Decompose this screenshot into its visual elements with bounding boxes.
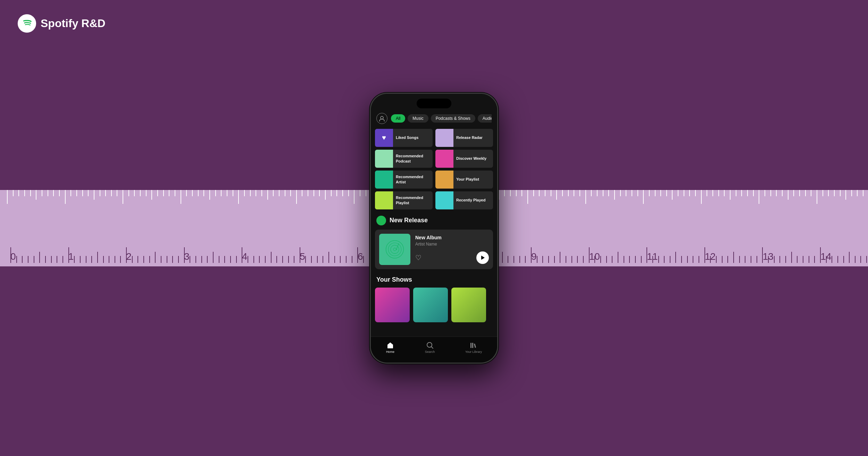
quick-item-recently-played[interactable]: Recently Played xyxy=(435,191,493,209)
new-release-card[interactable]: New Album Artist Name ♡ xyxy=(375,230,493,269)
recommended-playlist-label: Recommended Playlist xyxy=(393,195,433,205)
nav-search-label: Search xyxy=(425,350,435,354)
quick-item-liked-songs[interactable]: ♥ Liked Songs xyxy=(375,129,433,147)
liked-songs-thumb: ♥ xyxy=(375,129,393,147)
heart-icon: ♥ xyxy=(382,134,386,142)
svg-line-10 xyxy=(431,347,433,348)
album-title: New Album xyxy=(415,235,489,240)
recently-played-label: Recently Played xyxy=(453,198,488,202)
quick-item-recommended-podcast[interactable]: Recommended Podcast xyxy=(375,150,433,168)
like-button[interactable]: ♡ xyxy=(415,254,422,262)
nav-home-label: Home xyxy=(386,350,394,354)
home-icon xyxy=(386,341,394,349)
album-art xyxy=(379,234,410,265)
search-icon xyxy=(426,341,434,349)
brand-name: Spotify R&D xyxy=(41,17,106,30)
pill-audiobooks[interactable]: Audiobo xyxy=(478,114,492,123)
new-release-section-header: New Release xyxy=(371,216,497,225)
phone-button-power xyxy=(498,170,498,201)
show-item-1[interactable] xyxy=(413,288,448,322)
show-item-2[interactable] xyxy=(451,288,486,322)
recently-played-thumb xyxy=(435,191,453,209)
pill-all[interactable]: All xyxy=(391,114,405,123)
nav-library[interactable]: Your Library xyxy=(465,341,482,354)
svg-point-0 xyxy=(18,14,36,33)
svg-line-6 xyxy=(397,243,399,249)
recommended-artist-thumb xyxy=(375,171,393,189)
spotify-logo: Spotify R&D xyxy=(17,14,106,33)
svg-point-2 xyxy=(386,240,404,258)
filter-pills: All Music Podcasts & Shows Audiobo xyxy=(391,114,492,123)
spotify-icon xyxy=(17,14,36,33)
shows-row xyxy=(371,288,497,322)
svg-point-1 xyxy=(381,116,383,119)
recommended-podcast-thumb xyxy=(375,150,393,168)
quick-item-discover-weekly[interactable]: Discover Weekly xyxy=(435,150,493,168)
nav-library-label: Your Library xyxy=(465,350,482,354)
discover-weekly-label: Discover Weekly xyxy=(453,156,489,161)
new-release-dot xyxy=(376,216,386,225)
svg-point-3 xyxy=(388,243,401,256)
quick-item-recommended-artist[interactable]: Recommended Artist xyxy=(375,171,433,189)
quick-item-release-radar[interactable]: Release Radar xyxy=(435,129,493,147)
album-actions: ♡ xyxy=(415,251,489,264)
library-icon xyxy=(470,341,477,349)
screen-header: All Music Podcasts & Shows Audiobo xyxy=(371,113,497,124)
release-radar-thumb xyxy=(435,129,453,147)
pill-podcasts[interactable]: Podcasts & Shows xyxy=(431,114,475,123)
phone-frame: All Music Podcasts & Shows Audiobo ♥ Lik… xyxy=(370,93,498,364)
bottom-nav: Home Search Your Library xyxy=(371,337,497,363)
phone-screen: All Music Podcasts & Shows Audiobo ♥ Lik… xyxy=(371,94,497,363)
dynamic-island xyxy=(417,99,451,108)
recommended-artist-label: Recommended Artist xyxy=(393,174,433,184)
new-release-title: New Release xyxy=(390,217,428,224)
liked-songs-label: Liked Songs xyxy=(393,135,421,140)
phone-button-vol-up xyxy=(370,167,370,188)
user-avatar[interactable] xyxy=(376,113,387,124)
quick-item-your-playlist[interactable]: Your Playlist xyxy=(435,171,493,189)
quick-access-grid: ♥ Liked Songs Release Radar Recommended … xyxy=(371,129,497,209)
recommended-playlist-thumb xyxy=(375,191,393,209)
phone-button-vol-down xyxy=(370,193,370,214)
recommended-podcast-label: Recommended Podcast xyxy=(393,154,433,164)
brand-text: Spotify R&D xyxy=(41,17,106,30)
nav-search[interactable]: Search xyxy=(425,341,435,354)
svg-point-7 xyxy=(396,249,397,250)
phone-button-mute xyxy=(370,149,370,161)
quick-item-recommended-playlist[interactable]: Recommended Playlist xyxy=(375,191,433,209)
svg-rect-11 xyxy=(470,343,471,348)
your-playlist-label: Your Playlist xyxy=(453,177,482,182)
svg-marker-8 xyxy=(481,256,485,260)
phone-container: All Music Podcasts & Shows Audiobo ♥ Lik… xyxy=(370,93,498,364)
album-artist: Artist Name xyxy=(415,242,489,247)
svg-rect-13 xyxy=(474,343,476,348)
show-item-0[interactable] xyxy=(375,288,410,322)
release-radar-label: Release Radar xyxy=(453,135,485,140)
screen-content: All Music Podcasts & Shows Audiobo ♥ Lik… xyxy=(371,94,497,363)
play-button[interactable] xyxy=(476,251,489,264)
your-shows-title: Your Shows xyxy=(371,276,497,283)
album-info: New Album Artist Name ♡ xyxy=(415,235,489,264)
discover-weekly-thumb xyxy=(435,150,453,168)
your-playlist-thumb xyxy=(435,171,453,189)
svg-rect-12 xyxy=(472,343,473,348)
nav-home[interactable]: Home xyxy=(386,341,394,354)
pill-music[interactable]: Music xyxy=(408,114,428,123)
vinyl-icon xyxy=(384,239,405,260)
